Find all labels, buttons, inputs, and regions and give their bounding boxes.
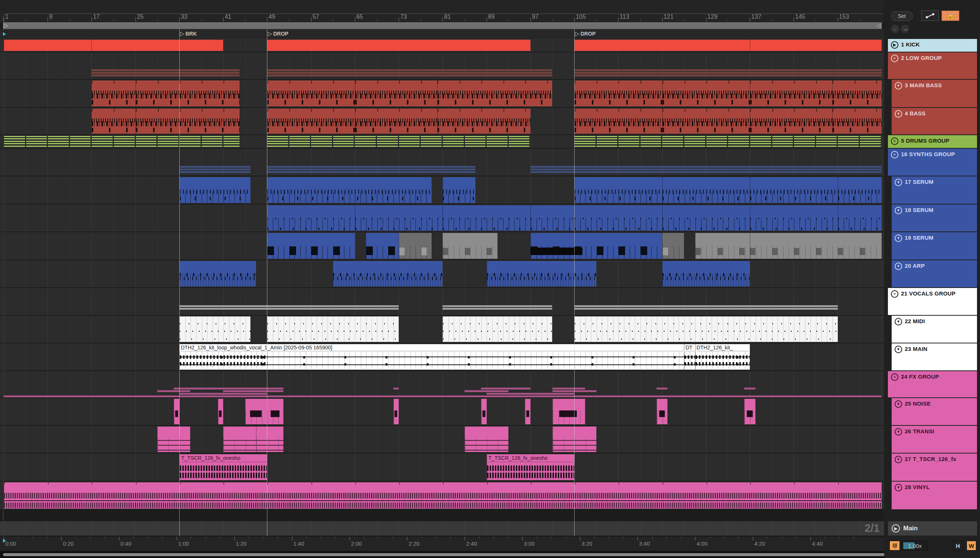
clip-arp-2[interactable] <box>487 261 596 287</box>
track-header-mainbass[interactable]: ▼3 MAIN BASS <box>892 80 977 107</box>
play-start-marker-bottom[interactable] <box>3 539 6 543</box>
track-lane-tscr[interactable]: T_TSCR_126_fx_oneshoT_TSCR_126_fx_onesho <box>0 453 884 481</box>
clip-synths-8[interactable] <box>530 171 882 173</box>
clip-mainbass-6[interactable] <box>662 80 750 107</box>
clip-kick-2[interactable] <box>267 40 530 51</box>
zoom-to-fit-button[interactable]: ‖|‖ <box>889 541 900 550</box>
lock-envelopes-button[interactable]: 🔒 <box>941 10 959 21</box>
clip-noise-6[interactable] <box>525 399 530 424</box>
clip-midi-3[interactable] <box>574 317 838 342</box>
clip-transi-2[interactable] <box>256 427 283 452</box>
track-lane-drums[interactable] <box>0 135 884 148</box>
clip-s17-0[interactable] <box>179 177 251 203</box>
group-icon[interactable]: ≡ <box>891 151 898 158</box>
clip-s18-5[interactable] <box>662 205 750 231</box>
clip-s19-0[interactable] <box>267 233 355 259</box>
clip-mainbass-8[interactable] <box>832 80 882 107</box>
clip-fx-5[interactable] <box>744 387 755 389</box>
clip-low-1[interactable] <box>267 69 552 71</box>
track-header-tscr[interactable]: ▼27 T_TSCR_126_fx <box>892 453 977 481</box>
track-lane-kick[interactable] <box>0 39 884 52</box>
track-lane-fx[interactable] <box>0 371 884 397</box>
clip-kick-0[interactable] <box>4 40 92 51</box>
fold-icon[interactable]: ▼ <box>895 82 902 90</box>
track-header-vocals[interactable]: ≡21 VOCALS GROUP <box>888 288 977 315</box>
clip-midi-0[interactable] <box>179 317 251 342</box>
automation-mode-button[interactable] <box>921 10 939 21</box>
track-lane-s17[interactable] <box>0 176 884 204</box>
track-header-low[interactable]: ≡2 LOW GROUP <box>888 53 977 79</box>
clip-s17-4[interactable] <box>662 177 750 203</box>
track-lane-synths[interactable] <box>0 149 884 176</box>
clip-mainbass-2[interactable] <box>267 80 355 107</box>
clip-fx-3[interactable] <box>553 387 586 389</box>
track-lane-midi[interactable] <box>0 316 884 343</box>
clip-noise-9[interactable] <box>744 399 755 424</box>
clip-synths-1[interactable] <box>267 166 475 168</box>
clip-kick-1[interactable] <box>92 40 223 51</box>
clip-fx-0[interactable] <box>174 387 283 389</box>
track-lane-noise[interactable] <box>0 398 884 425</box>
fold-icon[interactable]: ▼ <box>895 235 902 242</box>
clip-drums-1[interactable] <box>267 136 530 147</box>
clip-bass-2[interactable] <box>267 108 355 134</box>
clip-arp-0[interactable] <box>179 261 256 287</box>
track-lane-s19[interactable] <box>0 232 884 259</box>
clip-fx-9[interactable] <box>553 390 596 392</box>
track-header-main23[interactable]: ▼23 MAIN <box>892 343 977 370</box>
clip-main23-0[interactable]: DTH2_126_kit_loop_whodis_vocal_1_Amin [2… <box>179 344 684 369</box>
fold-icon[interactable]: ▼ <box>895 346 902 353</box>
fold-icon[interactable]: ▼ <box>895 179 902 186</box>
clip-s18-6[interactable] <box>750 205 838 231</box>
clip-arp-3[interactable] <box>662 261 750 287</box>
clip-s18-1[interactable] <box>355 205 442 231</box>
clip-transi-0[interactable] <box>157 427 190 452</box>
track-lane-vinyl[interactable] <box>0 482 884 509</box>
zoom-width-button[interactable]: W <box>967 541 976 550</box>
clip-s19-1[interactable] <box>366 233 399 259</box>
clip-vinyl-0[interactable] <box>4 483 882 509</box>
track-header-transi[interactable]: ▼26 TRANSI <box>892 426 977 453</box>
clip-fx-6[interactable] <box>157 390 190 392</box>
clip-bass-3[interactable] <box>355 108 437 134</box>
fold-icon[interactable]: ▼ <box>895 400 902 408</box>
clip-kick-3[interactable] <box>574 40 750 51</box>
clip-synths-6[interactable] <box>179 171 251 173</box>
clip-mainbass-0[interactable] <box>92 80 135 107</box>
track-header-noise[interactable]: ▼25 NOISE <box>892 398 977 425</box>
clip-transi-4[interactable] <box>553 427 596 452</box>
clip-main23-2[interactable]: DTH2_126_kit_ <box>695 344 750 369</box>
clip-synths-4[interactable] <box>267 169 475 171</box>
clip-low-0[interactable] <box>92 69 240 71</box>
clip-bass-1[interactable] <box>136 108 240 134</box>
track-lane-mainbass[interactable] <box>0 80 884 107</box>
clip-synths-0[interactable] <box>179 166 251 168</box>
clip-vocals-4[interactable] <box>442 308 552 310</box>
clip-bass-4[interactable] <box>437 108 530 134</box>
main-track-row[interactable]: 2/1 <box>0 521 884 535</box>
clip-synths-7[interactable] <box>267 171 475 173</box>
clip-bass-0[interactable] <box>92 108 135 134</box>
track-lane-transi[interactable] <box>0 426 884 453</box>
clip-bass-6[interactable] <box>662 108 750 134</box>
back-button[interactable]: ← <box>891 25 899 33</box>
track-header-midi[interactable]: ▼22 MIDI <box>892 316 977 343</box>
track-lane-main23[interactable]: DTH2_126_kit_loop_whodis_vocal_1_Amin [2… <box>0 343 884 370</box>
clip-fx-2[interactable] <box>481 387 530 389</box>
clip-drums-2[interactable] <box>574 136 882 147</box>
clip-low-4[interactable] <box>267 72 552 74</box>
time-ruler[interactable]: 0:000:200:401:001:201:402:002:202:403:00… <box>0 536 884 551</box>
clip-low-5[interactable] <box>574 72 882 74</box>
clip-fx-4[interactable] <box>656 387 668 389</box>
playback-speed-field[interactable]: 1.00x <box>902 541 928 550</box>
clip-low-7[interactable] <box>267 74 552 76</box>
track-header-synths[interactable]: ≡16 SYNTHS GROUP <box>888 149 977 176</box>
group-icon[interactable]: ≡ <box>891 290 898 298</box>
clip-synths-5[interactable] <box>530 169 882 171</box>
clip-vocals-0[interactable] <box>179 305 399 307</box>
clip-fx-12[interactable] <box>4 396 882 397</box>
clip-bass-7[interactable] <box>750 108 832 134</box>
group-icon[interactable]: ≡ <box>891 55 898 62</box>
zoom-height-button[interactable]: H <box>953 541 963 550</box>
clip-s19-6[interactable] <box>695 233 750 259</box>
